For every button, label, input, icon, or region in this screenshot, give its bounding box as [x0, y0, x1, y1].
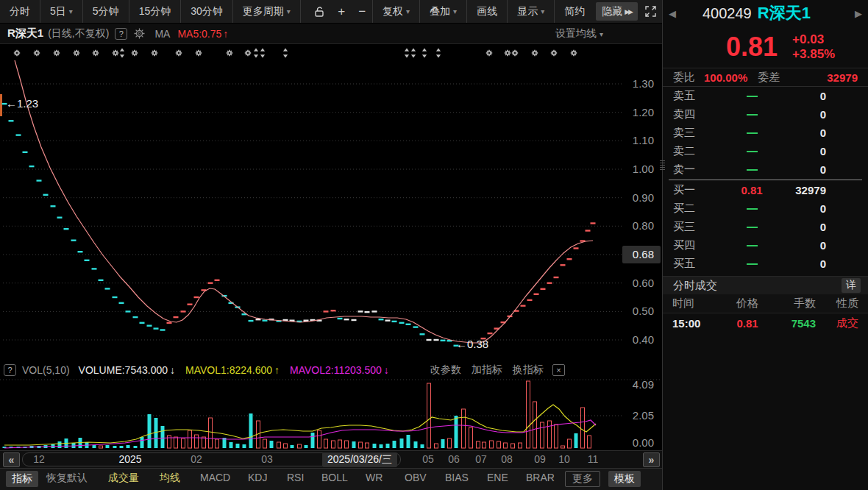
tab-rsi[interactable]: RSI [287, 472, 304, 483]
more-periods-button[interactable]: 更多周期▾ [233, 0, 301, 23]
volume-chart[interactable]: 4.092.050.00 [0, 379, 662, 450]
fuquan-button[interactable]: 复权▾ [372, 0, 420, 23]
ask-row-2[interactable]: 卖二0 [663, 142, 868, 160]
next-stock-button[interactable]: ▶ [849, 8, 868, 19]
down-arrow-icon: ↓ [384, 364, 389, 376]
ex-rights-icon [505, 50, 511, 56]
volume-chart-svg[interactable]: 4.092.050.00 [0, 379, 662, 450]
period-30min-button[interactable]: 30分钟 [181, 0, 233, 23]
ask-row-4[interactable]: 卖四0 [663, 105, 868, 124]
ex-rights-icon [532, 50, 538, 56]
add-indicator-button[interactable]: 加指标 [472, 363, 502, 377]
tab-volume[interactable]: 成交量 [108, 472, 139, 485]
main-chart-svg[interactable]: ←1.23←0.381.301.201.101.000.900.800.600.… [0, 44, 662, 361]
ex-rights-icon [152, 50, 157, 56]
tab-kdj[interactable]: KDJ [248, 472, 267, 483]
price-axis-label: 1.10 [633, 134, 654, 146]
lock-icon[interactable] [307, 0, 331, 23]
price-axis-label: 0.50 [633, 305, 654, 317]
col-volume: 手数 [774, 297, 816, 310]
chevron-down-icon: ▾ [406, 7, 410, 15]
volume-value: VOLUME:7543.000 [79, 364, 168, 376]
stock-header: ◀ 400249 R深天1 ▶ [663, 0, 868, 26]
tab-indicator[interactable]: 指标 [6, 471, 38, 487]
bid-row-2[interactable]: 买二0 [663, 199, 868, 218]
empty-price-dash [747, 263, 758, 265]
price-axis-label: 1.20 [633, 106, 654, 118]
close-icon[interactable]: × [552, 364, 565, 376]
bid-row-3[interactable]: 买三0 [663, 218, 868, 236]
change-indicator-button[interactable]: 换指标 [513, 363, 544, 377]
bid-row-1[interactable]: 买一0.8132979 [663, 181, 868, 199]
overlay-button[interactable]: 叠加▾ [420, 0, 467, 23]
bid-row-4[interactable]: 买四0 [663, 236, 868, 255]
bid-row-5[interactable]: 买五0 [663, 255, 868, 273]
period-5day-label: 5日 [50, 5, 66, 18]
zoom-in-button[interactable]: + [331, 0, 352, 23]
panel-splitter-handle[interactable] [660, 160, 665, 171]
ask-label: 卖四 [673, 107, 711, 121]
prev-stock-button[interactable]: ◀ [663, 8, 682, 19]
draw-line-button[interactable]: 画线 [467, 0, 508, 23]
help-icon[interactable]: ? [115, 28, 127, 40]
tab-obv[interactable]: OBV [405, 472, 427, 483]
tab-ma[interactable]: 均线 [160, 472, 180, 485]
ask-row-3[interactable]: 卖三0 [663, 124, 868, 142]
ex-rights-icon [571, 50, 577, 56]
draw-line-label: 画线 [477, 5, 497, 18]
tab-wr[interactable]: WR [366, 472, 383, 483]
display-button[interactable]: 显示▾ [508, 0, 555, 23]
simple-mode-button[interactable]: 简约 [555, 0, 594, 23]
zoom-out-button[interactable]: − [352, 0, 372, 23]
tab-restore-default[interactable]: 恢复默认 [46, 472, 88, 485]
price-block: 0.81 +0.03 +3.85% [663, 26, 868, 68]
scroll-right-button[interactable]: » [643, 452, 660, 467]
bid-qty: 0 [792, 239, 826, 252]
hide-panel-button[interactable]: 隐藏▶▶ [596, 2, 638, 21]
fullscreen-icon[interactable] [639, 0, 662, 23]
tab-boll[interactable]: BOLL [321, 472, 348, 483]
main-price-chart[interactable]: ←1.23←0.381.301.201.101.000.900.800.600.… [0, 44, 662, 361]
tab-bias[interactable]: BIAS [445, 472, 469, 483]
col-price: 价格 [721, 297, 774, 310]
period-minute-button[interactable]: 分时 [0, 0, 40, 23]
period-5day-button[interactable]: 5日▾ [40, 0, 83, 23]
ask-row-1[interactable]: 卖一0 [663, 160, 868, 179]
trade-time: 15:00 [672, 317, 721, 330]
mavol2-value: MAVOL2:11203.500 [290, 364, 382, 376]
updown-marker-icon [405, 49, 409, 58]
up-arrow-icon: ↑ [223, 28, 228, 40]
ex-rights-icon [551, 50, 557, 56]
stock-name: R深天1 [758, 2, 811, 24]
display-label: 显示 [517, 5, 538, 18]
bid-qty: 0 [792, 221, 826, 233]
updown-marker-icon [422, 49, 427, 58]
col-type: 性质 [816, 297, 858, 310]
tab-brar[interactable]: BRAR [526, 472, 555, 483]
ask-qty: 0 [792, 127, 826, 139]
period-5min-button[interactable]: 5分钟 [83, 0, 129, 23]
axis-label-month: 10 [558, 453, 570, 465]
up-arrow-icon: ↑ [274, 364, 280, 376]
tab-macd[interactable]: MACD [200, 472, 230, 483]
period-15min-button[interactable]: 15分钟 [129, 0, 182, 23]
detail-button[interactable]: 详 [842, 278, 861, 293]
tab-ene[interactable]: ENE [487, 472, 508, 483]
mavol1-value: MAVOL1:8224.600 [185, 364, 272, 376]
help-icon[interactable]: ? [4, 364, 16, 376]
gear-icon[interactable] [133, 27, 146, 40]
chevron-down-icon: ▾ [453, 7, 457, 15]
tab-template[interactable]: 模板 [608, 471, 641, 487]
last-price-axis-label: 0.68 [633, 248, 654, 260]
price-axis-label: 0.40 [633, 333, 654, 346]
weibi-label: 委比 [673, 71, 695, 85]
tick-trades-title: 分时成交 [673, 279, 717, 293]
tab-more[interactable]: 更多 [565, 471, 600, 487]
ma-settings-button[interactable]: 设置均线▾ [555, 27, 603, 40]
edit-params-button[interactable]: 改参数 [430, 363, 461, 377]
ask-row-5[interactable]: 卖五0 [663, 87, 868, 105]
updown-marker-icon [260, 49, 265, 58]
weicha-label: 委差 [758, 71, 780, 85]
bid-price: 0.81 [741, 184, 762, 196]
scroll-left-button[interactable]: « [3, 452, 20, 467]
